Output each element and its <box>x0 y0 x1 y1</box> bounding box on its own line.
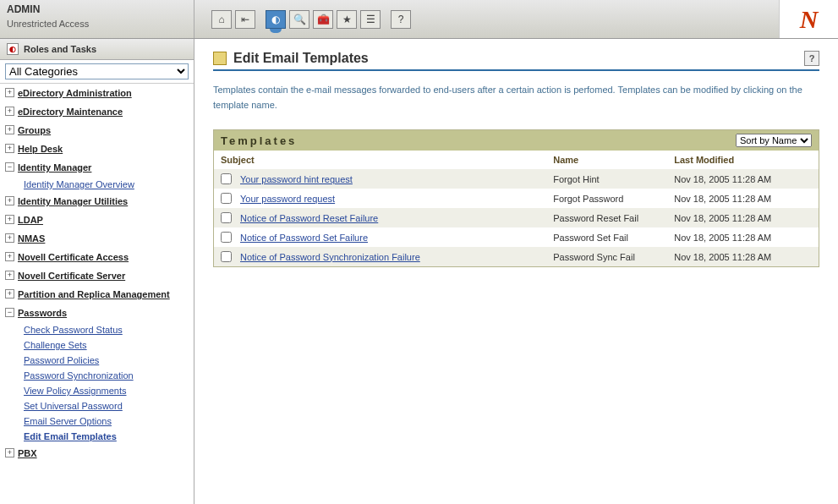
nav-item[interactable]: +Groups <box>0 121 194 140</box>
row-checkbox[interactable] <box>221 232 232 243</box>
sort-select[interactable]: Sort by Name <box>736 134 812 147</box>
topbar: ADMIN Unrestricted Access ⌂⇤◐🔍🧰★☰? N <box>0 0 838 39</box>
help-button[interactable]: ? <box>804 51 819 66</box>
row-checkbox[interactable] <box>221 173 232 184</box>
cell-last-modified: Nov 18, 2005 11:28 AM <box>667 169 819 189</box>
nav-list[interactable]: +eDirectory Administration+eDirectory Ma… <box>0 83 194 504</box>
expand-icon[interactable]: + <box>5 196 14 205</box>
nav-item-label[interactable]: Groups <box>18 125 51 135</box>
templates-table: Subject Name Last Modified Your password… <box>214 151 819 266</box>
help-icon[interactable]: ? <box>391 10 411 29</box>
col-last-modified: Last Modified <box>667 151 819 169</box>
cell-last-modified: Nov 18, 2005 11:28 AM <box>667 227 819 247</box>
nav-item[interactable]: −Identity Manager <box>0 158 194 177</box>
expand-icon[interactable]: + <box>5 88 14 97</box>
nav-subitem-link[interactable]: Identity Manager Overview <box>24 179 134 189</box>
nav-subitem[interactable]: Set Universal Password <box>0 398 194 414</box>
table-row: Your password hint requestForgot HintNov… <box>214 169 819 189</box>
nav-item-label[interactable]: eDirectory Maintenance <box>18 107 123 117</box>
expand-icon[interactable]: + <box>5 215 14 224</box>
nav-item-label[interactable]: Partition and Replica Management <box>18 289 170 299</box>
category-select[interactable]: All Categories <box>5 63 189 79</box>
row-checkbox[interactable] <box>221 193 232 204</box>
nav-subitem-link[interactable]: Edit Email Templates <box>24 431 117 441</box>
nav-subitem-link[interactable]: Check Password Status <box>24 325 123 335</box>
nav-subitem[interactable]: Check Password Status <box>0 322 194 337</box>
expand-icon[interactable]: + <box>5 271 14 280</box>
row-checkbox[interactable] <box>221 251 232 262</box>
expand-icon[interactable]: + <box>5 144 14 153</box>
nav-subitem[interactable]: Edit Email Templates <box>0 429 194 444</box>
topbar-id-block: ADMIN Unrestricted Access <box>0 0 194 38</box>
category-select-wrap: All Categories <box>5 63 189 79</box>
nav-item-label[interactable]: Help Desk <box>18 144 63 154</box>
nav-subitem[interactable]: Challenge Sets <box>0 337 194 353</box>
nav-subitem[interactable]: Identity Manager Overview <box>0 177 194 192</box>
nav-item[interactable]: +eDirectory Maintenance <box>0 102 194 121</box>
nav-item-label[interactable]: Novell Certificate Server <box>18 271 125 281</box>
favorite-icon[interactable]: ★ <box>337 10 357 29</box>
nav-item[interactable]: +PBX <box>0 444 194 463</box>
toolbox-icon[interactable]: 🧰 <box>313 10 333 29</box>
list-icon[interactable]: ☰ <box>360 10 381 29</box>
nav-item-label[interactable]: NMAS <box>18 233 45 244</box>
cell-name: Password Reset Fail <box>546 208 667 227</box>
nav-subitem[interactable]: Email Server Options <box>0 414 194 429</box>
nav-item[interactable]: +NMAS <box>0 229 194 248</box>
template-subject-link[interactable]: Notice of Password Set Failure <box>240 233 368 243</box>
templates-heading: Templates <box>221 134 297 147</box>
nav-item-label[interactable]: PBX <box>18 448 37 458</box>
nav-item-label[interactable]: Identity Manager Utilities <box>18 196 128 206</box>
nav-item[interactable]: +Help Desk <box>0 140 194 158</box>
template-subject-link[interactable]: Notice of Password Synchronization Failu… <box>240 252 420 262</box>
sidebar: ◐ Roles and Tasks All Categories +eDirec… <box>0 39 194 504</box>
expand-icon[interactable]: + <box>5 252 14 261</box>
cell-subject: Your password request <box>214 189 546 208</box>
nav-item-label[interactable]: Passwords <box>18 308 67 318</box>
nav-item[interactable]: +Novell Certificate Access <box>0 248 194 266</box>
search-icon[interactable]: 🔍 <box>289 10 309 29</box>
nav-item[interactable]: −Passwords <box>0 304 194 322</box>
access-label: Unrestricted Access <box>7 19 187 29</box>
nav-subitem-link[interactable]: View Policy Assignments <box>24 386 126 396</box>
nav-item[interactable]: +eDirectory Administration <box>0 84 194 102</box>
brand-block: N <box>779 0 838 38</box>
templates-panel: Templates Sort by Name Subject Name Last… <box>213 129 819 267</box>
nav-subitem-link[interactable]: Set Universal Password <box>24 401 123 411</box>
nav-item-label[interactable]: LDAP <box>18 215 43 225</box>
nav-subitem[interactable]: Password Policies <box>0 353 194 368</box>
nav-item[interactable]: +Partition and Replica Management <box>0 285 194 304</box>
expand-icon[interactable]: + <box>5 448 14 457</box>
cell-subject: Notice of Password Synchronization Failu… <box>214 247 546 266</box>
nav-item[interactable]: +LDAP <box>0 211 194 229</box>
nav-subitem[interactable]: Password Synchronization <box>0 368 194 383</box>
cell-name: Password Sync Fail <box>546 247 667 266</box>
nav-item[interactable]: +Novell Certificate Server <box>0 266 194 285</box>
sidebar-header: ◐ Roles and Tasks <box>0 39 194 60</box>
expand-icon[interactable]: + <box>5 233 14 243</box>
expand-icon[interactable]: + <box>5 289 14 299</box>
template-subject-link[interactable]: Your password request <box>240 194 335 204</box>
nav-subitem-link[interactable]: Email Server Options <box>24 416 112 426</box>
nav-subitem-link[interactable]: Challenge Sets <box>24 340 87 350</box>
template-subject-link[interactable]: Your password hint request <box>240 174 353 184</box>
expand-icon[interactable]: + <box>5 107 14 116</box>
nav-item[interactable]: +Identity Manager Utilities <box>0 192 194 211</box>
row-checkbox[interactable] <box>221 212 232 223</box>
nav-subitem-link[interactable]: Password Synchronization <box>24 370 134 381</box>
logout-icon[interactable]: ⇤ <box>235 10 255 29</box>
roles-icon: ◐ <box>7 43 19 55</box>
flag-icon[interactable]: ◐ <box>266 10 286 29</box>
nav-subitem[interactable]: View Policy Assignments <box>0 383 194 398</box>
cell-subject: Notice of Password Reset Failure <box>214 208 546 227</box>
expand-icon[interactable]: + <box>5 125 14 134</box>
home-icon[interactable]: ⌂ <box>211 10 232 29</box>
nav-item-label[interactable]: eDirectory Administration <box>18 88 132 98</box>
nav-item-label[interactable]: Novell Certificate Access <box>18 252 129 262</box>
collapse-icon[interactable]: − <box>5 162 14 172</box>
template-icon <box>213 52 227 65</box>
template-subject-link[interactable]: Notice of Password Reset Failure <box>240 213 378 223</box>
collapse-icon[interactable]: − <box>5 308 14 317</box>
nav-item-label[interactable]: Identity Manager <box>18 162 91 173</box>
nav-subitem-link[interactable]: Password Policies <box>24 355 99 365</box>
